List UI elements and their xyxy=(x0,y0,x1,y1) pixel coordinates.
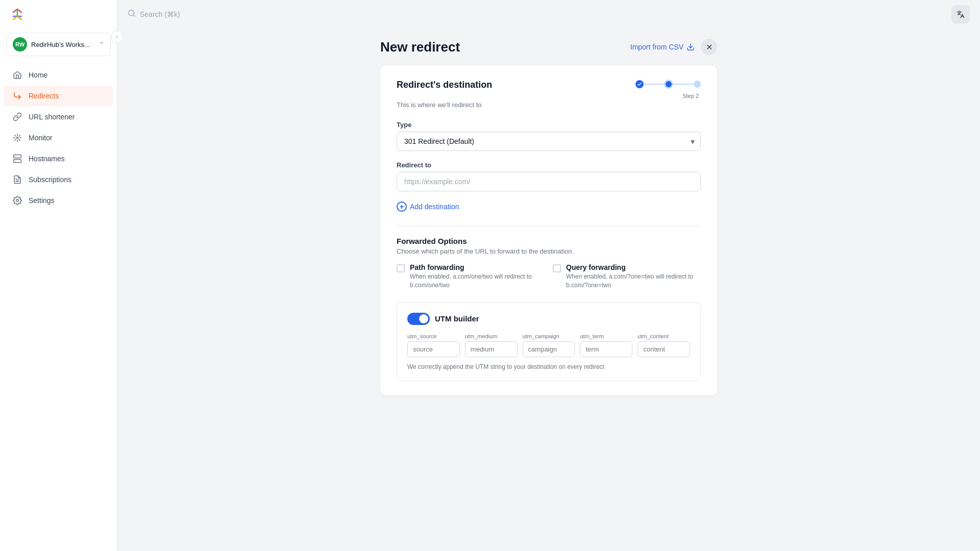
step-1-dot xyxy=(635,80,644,88)
utm-medium-input[interactable] xyxy=(465,341,518,357)
search-box[interactable]: Search (⌘k) xyxy=(128,9,180,19)
step-line-1 xyxy=(644,84,664,85)
utm-builder-title: UTM builder xyxy=(435,314,479,323)
page-content: New redirect Import from CSV ✕ xyxy=(117,29,980,551)
path-forwarding-option: Path forwarding When enabled, a.com/one/… xyxy=(397,263,545,290)
forwarded-options-title: Forwarded Options xyxy=(397,237,701,245)
redirect-to-input[interactable] xyxy=(397,172,701,191)
redirect-to-label: Redirect to xyxy=(397,161,701,169)
utm-term-label: utm_term xyxy=(580,333,632,339)
utm-content-input[interactable] xyxy=(638,341,690,357)
close-button[interactable]: ✕ xyxy=(701,39,717,55)
query-forwarding-label: Query forwarding xyxy=(566,263,701,271)
sidebar-item-settings[interactable]: Settings xyxy=(4,190,113,211)
query-forwarding-option: Query forwarding When enabled, a.com/?on… xyxy=(553,263,701,290)
svg-point-1 xyxy=(17,137,18,139)
add-destination-icon: + xyxy=(397,202,407,212)
path-forwarding-label: Path forwarding xyxy=(410,263,545,271)
step-3-dot xyxy=(694,81,701,88)
sidebar-item-redirects-label: Redirects xyxy=(29,92,59,100)
utm-content-label: utm_content xyxy=(638,333,690,339)
import-csv-button[interactable]: Import from CSV xyxy=(630,43,695,51)
type-select[interactable]: 301 Redirect (Default) 302 Redirect 307 … xyxy=(397,132,701,151)
topbar-right xyxy=(951,5,970,23)
type-field-group: Type 301 Redirect (Default) 302 Redirect… xyxy=(397,121,701,151)
query-forwarding-checkbox[interactable] xyxy=(553,264,561,272)
step-line-2 xyxy=(673,84,694,85)
home-icon xyxy=(12,70,22,80)
redirect-form-card: Redirect's destination xyxy=(380,65,717,395)
utm-fields-grid: utm_source utm_medium utm_campaign xyxy=(407,333,690,357)
checkbox-options-grid: Path forwarding When enabled, a.com/one/… xyxy=(397,263,701,290)
sidebar-nav: Home Redirects URL shortener xyxy=(0,60,117,551)
sidebar-item-subscriptions[interactable]: Subscriptions xyxy=(4,169,113,190)
collapse-sidebar-button[interactable]: ‹ xyxy=(111,31,123,43)
utm-source-label: utm_source xyxy=(407,333,460,339)
sidebar-item-monitor[interactable]: Monitor xyxy=(4,128,113,148)
step-2-dot xyxy=(664,80,673,89)
sidebar-item-settings-label: Settings xyxy=(29,196,55,205)
close-icon: ✕ xyxy=(706,42,713,52)
page-header-actions: Import from CSV ✕ xyxy=(630,39,717,55)
toggle-knob xyxy=(419,314,428,323)
search-icon xyxy=(128,9,136,19)
type-select-wrapper: 301 Redirect (Default) 302 Redirect 307 … xyxy=(397,132,701,151)
main-area: Search (⌘k) New redirect Import fro xyxy=(117,0,980,551)
link-icon xyxy=(12,112,22,122)
utm-header: UTM builder xyxy=(407,313,690,325)
step-indicator xyxy=(635,80,701,89)
utm-toggle[interactable] xyxy=(407,313,430,325)
workspace-selector[interactable]: RW RedirHub's Works... ⌃ xyxy=(6,33,111,56)
path-forwarding-checkbox[interactable] xyxy=(397,264,405,272)
sidebar-item-home[interactable]: Home xyxy=(4,65,113,85)
path-forwarding-text: Path forwarding When enabled, a.com/one/… xyxy=(410,263,545,290)
utm-medium-group: utm_medium xyxy=(465,333,518,357)
sidebar: RW RedirHub's Works... ⌃ Home Redirec xyxy=(0,0,117,551)
subscriptions-icon xyxy=(12,174,22,185)
page-title: New redirect xyxy=(380,39,460,55)
sidebar-item-url-shortener[interactable]: URL shortener xyxy=(4,107,113,127)
utm-note: We correctly append the UTM string to yo… xyxy=(407,363,690,370)
workspace-name: RedirHub's Works... xyxy=(31,41,95,48)
sidebar-item-redirects[interactable]: Redirects xyxy=(4,86,113,106)
translate-button[interactable] xyxy=(951,5,970,23)
utm-source-input[interactable] xyxy=(407,341,460,357)
redirects-icon xyxy=(12,91,22,101)
utm-term-input[interactable] xyxy=(580,341,632,357)
workspace-avatar: RW xyxy=(13,37,27,52)
utm-content-group: utm_content xyxy=(638,333,690,357)
sidebar-item-hostnames[interactable]: Hostnames xyxy=(4,148,113,169)
utm-campaign-input[interactable] xyxy=(523,341,575,357)
step-label: Step 2 xyxy=(682,93,699,99)
download-icon xyxy=(687,43,695,51)
card-title: Redirect's destination xyxy=(397,80,492,90)
utm-term-group: utm_term xyxy=(580,333,632,357)
card-subtitle: This is where we'll redirect to xyxy=(397,101,701,109)
add-destination-button[interactable]: + Add destination xyxy=(397,202,459,212)
monitor-icon xyxy=(12,133,22,143)
utm-source-group: utm_source xyxy=(407,333,460,357)
sidebar-item-home-label: Home xyxy=(29,71,47,79)
utm-medium-label: utm_medium xyxy=(465,333,518,339)
page-header: New redirect Import from CSV ✕ xyxy=(380,39,717,55)
sidebar-item-monitor-label: Monitor xyxy=(29,134,53,142)
query-forwarding-desc: When enabled, a.com/?one=two will redire… xyxy=(566,272,701,290)
logo xyxy=(0,0,117,31)
path-forwarding-desc: When enabled, a.com/one/two will redirec… xyxy=(410,272,545,290)
type-label: Type xyxy=(397,121,701,129)
utm-builder-card: UTM builder utm_source utm_medium xyxy=(397,302,701,381)
app-logo xyxy=(8,6,27,24)
sidebar-item-subscriptions-label: Subscriptions xyxy=(29,176,71,184)
topbar: Search (⌘k) xyxy=(117,0,980,29)
settings-icon xyxy=(12,195,22,206)
query-forwarding-text: Query forwarding When enabled, a.com/?on… xyxy=(566,263,701,290)
utm-campaign-label: utm_campaign xyxy=(523,333,575,339)
import-csv-label: Import from CSV xyxy=(630,43,683,51)
forwarded-options-subtitle: Choose which parts of the URL to forward… xyxy=(397,247,701,255)
search-placeholder-text: Search (⌘k) xyxy=(140,10,180,18)
forwarded-options-section: Forwarded Options Choose which parts of … xyxy=(397,237,701,290)
utm-campaign-group: utm_campaign xyxy=(523,333,575,357)
svg-point-8 xyxy=(16,199,19,202)
sidebar-item-hostnames-label: Hostnames xyxy=(29,155,65,163)
server-icon xyxy=(12,154,22,164)
